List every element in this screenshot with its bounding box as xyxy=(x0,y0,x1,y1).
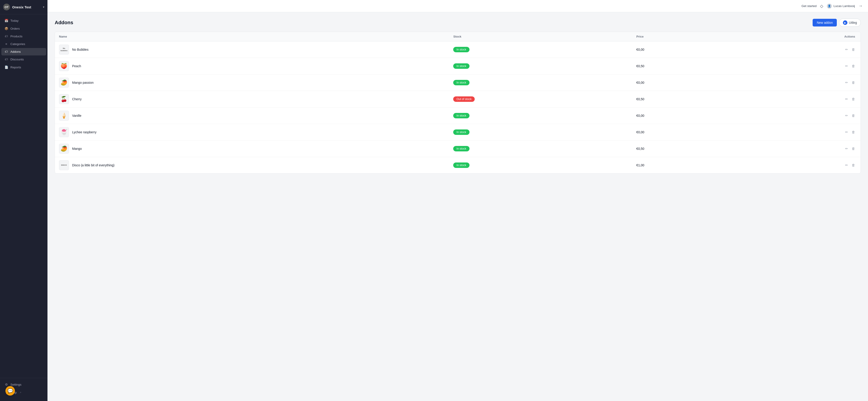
actions-cell: ✏ 🗑 xyxy=(732,41,861,58)
sidebar-item-categories[interactable]: ≡ Categories xyxy=(1,40,46,48)
table-row: 🥭 Mango passion In stock €0,00 ✏ 🗑 xyxy=(55,75,861,91)
product-thumbnail: 🥭 xyxy=(59,144,69,154)
product-thumbnail: DISCO xyxy=(59,160,69,170)
calendar-icon: 📅 xyxy=(4,19,8,22)
stock-cell: In stock xyxy=(449,58,632,75)
product-thumbnail: 🍑 xyxy=(59,61,69,71)
product-name-cell: 🍦 Vanille xyxy=(55,108,449,124)
delete-button[interactable]: 🗑 xyxy=(850,146,857,151)
stock-cell: In stock xyxy=(449,141,632,157)
get-started-link[interactable]: Get started xyxy=(802,4,817,8)
product-name-cell: 🥭 Mango xyxy=(55,141,449,157)
reports-icon: 📄 xyxy=(4,65,8,69)
status-badge: In stock xyxy=(453,130,469,135)
price-cell: €0,00 xyxy=(632,75,732,91)
sidebar-item-label: Products xyxy=(10,35,22,38)
chevron-down-icon: ▾ xyxy=(43,6,44,8)
sidebar-item-today[interactable]: 📅 Today xyxy=(1,17,46,24)
table-row: 🍒 Cherry Out of stock €0,50 ✏ 🗑 xyxy=(55,91,861,108)
external-link-icon: ↗ xyxy=(20,391,21,394)
actions-cell: ✏ 🗑 xyxy=(732,58,861,75)
play-icon: ▶ xyxy=(843,20,847,25)
price-cell: €1,00 xyxy=(632,157,732,174)
new-addon-button[interactable]: New addon xyxy=(813,19,837,27)
col-price: Price xyxy=(632,32,732,41)
table-row: 🍦 Vanille In stock €0,00 ✏ 🗑 xyxy=(55,108,861,124)
product-name-cell: 🍧 Lychee raspberry xyxy=(55,124,449,141)
product-name: Cherry xyxy=(72,97,82,101)
status-badge: In stock xyxy=(453,163,469,168)
edit-button[interactable]: ✏ xyxy=(844,47,849,53)
delete-button[interactable]: 🗑 xyxy=(850,96,857,102)
exit-icon[interactable]: → xyxy=(859,4,863,8)
actions-cell: ✏ 🗑 xyxy=(732,75,861,91)
diamond-icon[interactable]: ◇ xyxy=(820,4,823,8)
chat-bubble-button[interactable]: 💬 xyxy=(5,386,15,396)
topbar: Get started ◇ 👤 Lucas Lambooij → xyxy=(48,0,868,12)
stock-cell: In stock xyxy=(449,124,632,141)
product-name: No Bubbles xyxy=(72,48,88,51)
delete-button[interactable]: 🗑 xyxy=(850,63,857,69)
delete-button[interactable]: 🗑 xyxy=(850,80,857,85)
sidebar-item-reports[interactable]: 📄 Reports xyxy=(1,63,46,71)
edit-button[interactable]: ✏ xyxy=(844,113,849,119)
discounts-icon: 🏷 xyxy=(4,58,8,61)
sidebar-item-addons[interactable]: 🏷 Addons xyxy=(1,48,46,55)
stock-cell: Out of stock xyxy=(449,91,632,108)
main-content: Get started ◇ 👤 Lucas Lambooij → Addons … xyxy=(48,0,868,401)
actions-cell: ✏ 🗑 xyxy=(732,124,861,141)
actions-cell: ✏ 🗑 xyxy=(732,157,861,174)
table-row: 🥭 Mango In stock €0,50 ✏ 🗑 xyxy=(55,141,861,157)
product-name-cell: 🍑 Peach xyxy=(55,58,449,75)
delete-button[interactable]: 🗑 xyxy=(850,162,857,168)
edit-button[interactable]: ✏ xyxy=(844,80,849,86)
sidebar-item-orders[interactable]: 📦 Orders xyxy=(1,25,46,32)
stock-cell: In stock xyxy=(449,108,632,124)
product-name: Peach xyxy=(72,64,81,68)
product-name-cell: 🍒 Cherry xyxy=(55,91,449,108)
uitleg-label: Uitleg xyxy=(849,21,857,24)
product-name-cell: 🥭 Mango passion xyxy=(55,75,449,91)
page-content: Addons New addon ▶ Uitleg Name Stock Pri… xyxy=(48,12,868,401)
table-row: 🍧 Lychee raspberry In stock €0,00 ✏ 🗑 xyxy=(55,124,861,141)
uitleg-button[interactable]: ▶ Uitleg xyxy=(839,19,861,27)
settings-icon: ⚙ xyxy=(4,383,8,386)
delete-button[interactable]: 🗑 xyxy=(850,47,857,52)
sidebar-item-products[interactable]: 🏷 Products xyxy=(1,33,46,40)
col-actions: Actions xyxy=(732,32,861,41)
sidebar-item-label: Orders xyxy=(10,27,20,30)
edit-button[interactable]: ✏ xyxy=(844,63,849,69)
edit-button[interactable]: ✏ xyxy=(844,96,849,102)
addons-table-container: Name Stock Price Actions No bubbles No B… xyxy=(55,32,861,174)
app-name: Onesix Test xyxy=(12,5,31,9)
edit-button[interactable]: ✏ xyxy=(844,146,849,152)
product-thumbnail: 🍦 xyxy=(59,111,69,121)
product-name: Disco (a little bit of everything) xyxy=(72,163,115,167)
addons-icon: 🏷 xyxy=(4,50,8,53)
col-name: Name xyxy=(55,32,449,41)
addons-table: Name Stock Price Actions No bubbles No B… xyxy=(55,32,861,173)
sidebar-item-discounts[interactable]: 🏷 Discounts xyxy=(1,56,46,63)
edit-button[interactable]: ✏ xyxy=(844,129,849,135)
edit-button[interactable]: ✏ xyxy=(844,162,849,168)
price-cell: €0,00 xyxy=(632,124,732,141)
products-icon: 🏷 xyxy=(4,35,8,38)
page-title: Addons xyxy=(55,20,73,26)
delete-button[interactable]: 🗑 xyxy=(850,113,857,118)
user-menu[interactable]: 👤 Lucas Lambooij xyxy=(827,4,855,8)
product-name: Mango xyxy=(72,147,82,150)
delete-button[interactable]: 🗑 xyxy=(850,129,857,135)
sidebar-item-label: Today xyxy=(10,19,19,22)
sidebar: OT Onesix Test ▾ 📅 Today 📦 Orders 🏷 Prod… xyxy=(0,0,48,401)
sidebar-header[interactable]: OT Onesix Test ▾ xyxy=(0,0,48,14)
stock-cell: In stock xyxy=(449,157,632,174)
page-header: Addons New addon ▶ Uitleg xyxy=(55,19,861,27)
product-name: Vanille xyxy=(72,114,81,117)
price-cell: €0,50 xyxy=(632,141,732,157)
status-badge: Out of stock xyxy=(453,96,475,102)
status-badge: In stock xyxy=(453,113,469,118)
status-badge: In stock xyxy=(453,47,469,52)
actions-cell: ✏ 🗑 xyxy=(732,91,861,108)
actions-cell: ✏ 🗑 xyxy=(732,141,861,157)
sidebar-nav: 📅 Today 📦 Orders 🏷 Products ≡ Categories… xyxy=(0,14,48,378)
